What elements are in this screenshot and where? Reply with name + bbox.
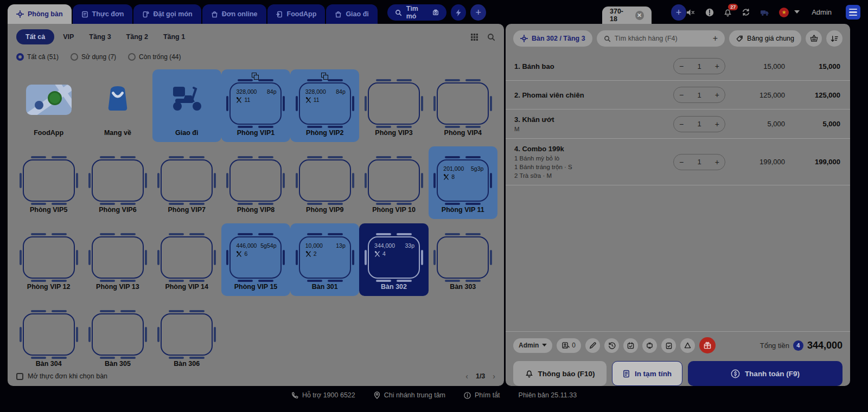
print-provisional-button[interactable]: In tạm tính	[612, 361, 682, 386]
tab-dat-goi-mon[interactable]: Đặt gọi món	[133, 4, 201, 24]
sort-button[interactable]	[826, 30, 843, 47]
tab-don-online[interactable]: Đơn online	[202, 4, 266, 24]
filter-tang-2[interactable]: Tầng 2	[120, 29, 155, 44]
kitchen-ticket-button[interactable]	[661, 338, 676, 353]
bag-icon	[335, 11, 342, 18]
decrease-qty-button[interactable]: −	[679, 158, 684, 166]
room-cell[interactable]: Phòng VIP 10	[359, 146, 428, 219]
filter-vip[interactable]: VIP	[56, 29, 80, 44]
room-cell[interactable]: 344,00033p4Bàn 302	[359, 223, 428, 296]
room-cell[interactable]: Phòng VIP 13	[83, 223, 152, 296]
close-icon[interactable]: ✕	[635, 11, 644, 20]
edit-note-button[interactable]	[585, 338, 600, 353]
alert-icon[interactable]	[705, 8, 714, 17]
room-cell[interactable]: Phòng VIP7	[152, 146, 221, 219]
occupancy-radio[interactable]: Sử dụng (7)	[71, 53, 116, 61]
decrease-qty-button[interactable]: −	[679, 62, 684, 70]
delivery-status-icon[interactable]	[760, 9, 769, 16]
add-order-tab-button[interactable]: +	[671, 4, 687, 21]
room-cell[interactable]: 10,00013p2Bàn 301	[290, 223, 359, 296]
history-button[interactable]	[604, 338, 619, 353]
filter-tat-ca[interactable]: Tất cả	[16, 29, 54, 44]
shortcut-item[interactable]: Phím tắt	[464, 391, 500, 399]
decrease-qty-button[interactable]: −	[679, 91, 684, 99]
add-tab-button-left[interactable]: +	[470, 4, 486, 21]
tab-foodapp[interactable]: FoodApp	[267, 4, 326, 24]
occupancy-radio[interactable]: Tất cả (51)	[16, 53, 59, 61]
tab-phong-ban[interactable]: Phòng bàn	[8, 4, 72, 24]
room-cell[interactable]: Bàn 304	[14, 300, 83, 373]
room-cell[interactable]: FoodApp	[14, 69, 83, 142]
pay-button[interactable]: Thanh toán (F9)	[688, 361, 843, 386]
branch-item[interactable]: Chi nhánh trung tâm	[374, 391, 445, 399]
tab-thuc-don[interactable]: Thực đơn	[73, 4, 133, 24]
cashier-select[interactable]: Admin	[513, 338, 552, 353]
upload-button[interactable]	[680, 338, 695, 353]
order-items-list: 1. Bánh bao−1+15,00015,0002. Phomai viên…	[506, 52, 850, 331]
decrease-qty-button[interactable]: −	[679, 120, 684, 128]
prev-page-icon[interactable]: ‹	[465, 372, 468, 381]
price-book-button[interactable]: Bảng giá chung	[729, 30, 801, 47]
selected-table-button[interactable]: Bàn 302 / Tầng 3	[513, 30, 592, 47]
notification-bell-icon[interactable]: 27	[724, 8, 732, 17]
tab-giao-di[interactable]: Giao đi	[326, 4, 377, 24]
shortcut-label: Phím tắt	[475, 391, 500, 399]
room-cell[interactable]: Phòng VIP8	[221, 146, 290, 219]
room-cell[interactable]: Phòng VIP4	[429, 69, 497, 142]
item-search-button[interactable]: Tìm mó	[387, 4, 446, 21]
basket-button[interactable]	[806, 30, 822, 47]
increase-qty-button[interactable]: +	[715, 91, 719, 99]
quantity-stepper[interactable]: −1+	[673, 154, 725, 170]
table-duration: 33p	[405, 242, 415, 249]
room-cell[interactable]: Phòng VIP9	[290, 146, 359, 219]
quantity-stepper[interactable]: −1+	[673, 87, 725, 103]
open-menu-checkbox[interactable]: Mở thực đơn khi chọn bàn	[16, 372, 107, 380]
order-item-row[interactable]: 2. Phomai viên chiên−1+125,000125,000	[506, 81, 850, 110]
grid-view-icon[interactable]	[470, 33, 478, 41]
room-cell[interactable]: 201,0005g3p8Phòng VIP 11	[429, 146, 497, 219]
room-cell[interactable]: Phòng VIP5	[14, 146, 83, 219]
increase-qty-button[interactable]: +	[715, 62, 719, 70]
notify-button[interactable]: Thông báo (F10)	[513, 361, 607, 386]
tab-label: Giao đi	[346, 10, 368, 18]
mute-icon[interactable]	[686, 9, 695, 16]
room-cell[interactable]: Phòng VIP6	[83, 146, 152, 219]
quick-action-button[interactable]	[451, 4, 467, 21]
hamburger-menu-button[interactable]	[846, 5, 860, 20]
room-cell[interactable]: 328,00084p11Phòng VIP2	[290, 69, 359, 142]
room-cell[interactable]: 328,00084p11Phòng VIP1	[221, 69, 290, 142]
room-cell[interactable]: Phòng VIP 12	[14, 223, 83, 296]
room-cell[interactable]: Giao đi	[152, 69, 221, 142]
guest-count-button[interactable]: 0	[557, 338, 581, 353]
next-page-icon[interactable]: ›	[493, 372, 495, 381]
room-cell[interactable]: Bàn 305	[83, 300, 152, 373]
sync-icon[interactable]	[742, 8, 750, 16]
search-icon[interactable]	[487, 33, 495, 41]
quantity-stepper[interactable]: −1+	[673, 58, 725, 74]
increase-qty-button[interactable]: +	[715, 158, 719, 166]
increase-qty-button[interactable]: +	[715, 120, 719, 128]
room-cell[interactable]: Bàn 303	[429, 223, 497, 296]
promotion-button[interactable]	[699, 337, 716, 353]
reservation-button[interactable]	[623, 338, 638, 353]
quantity-stepper[interactable]: −1+	[673, 116, 725, 132]
order-item-row[interactable]: 3. Khăn ướtM−1+5,0005,000	[506, 110, 850, 139]
room-cell[interactable]: Phòng VIP3	[359, 69, 428, 142]
add-customer-icon[interactable]: +	[713, 34, 718, 43]
support-item[interactable]: Hỗ trợ 1900 6522	[291, 391, 355, 399]
location-pin-icon	[374, 391, 380, 399]
customer-search-input[interactable]: Tìm khách hàng (F4) +	[597, 30, 725, 47]
room-cell[interactable]: Phòng VIP 14	[152, 223, 221, 296]
vietnam-flag-icon[interactable]: ★	[779, 8, 789, 17]
split-order-button[interactable]	[642, 338, 657, 353]
order-tab[interactable]: 370-18 ✕	[602, 7, 652, 24]
room-cell[interactable]: Bàn 306	[152, 300, 221, 373]
room-cell[interactable]: Mang về	[83, 69, 152, 142]
order-item-row[interactable]: 4. Combo 199k1 Bánh mỳ bỏ lò1 Bánh tráng…	[506, 139, 850, 185]
filter-tang-1[interactable]: Tầng 1	[157, 29, 192, 44]
chevron-down-icon[interactable]	[794, 10, 800, 14]
room-cell[interactable]: 446,0005g54p6Phòng VIP 15	[221, 223, 290, 296]
order-item-row[interactable]: 1. Bánh bao−1+15,00015,000	[506, 52, 850, 81]
occupancy-radio[interactable]: Còn trống (44)	[128, 53, 181, 61]
filter-tang-3[interactable]: Tầng 3	[82, 29, 117, 44]
